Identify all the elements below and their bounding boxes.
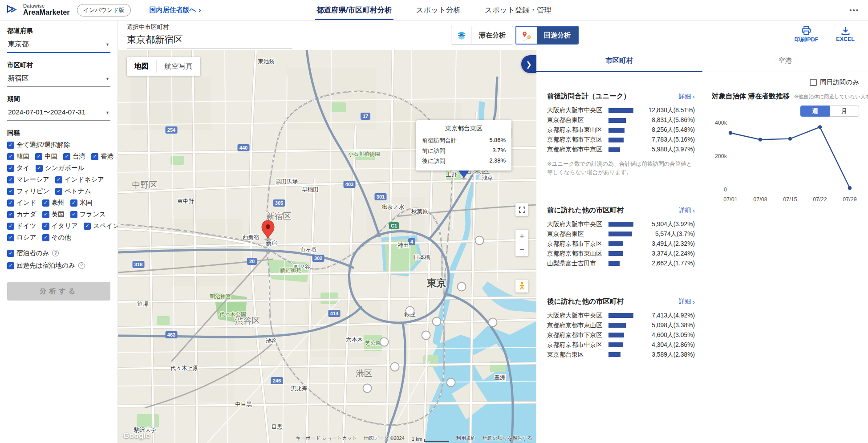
excel-download-button[interactable]: EXCEL <box>833 25 857 44</box>
domestic-version-link[interactable]: 国内居住者版へ › <box>150 6 201 15</box>
municipality-marker[interactable] <box>380 338 389 346</box>
tab-airport[interactable]: 空港 <box>702 50 868 72</box>
nationality-checkbox[interactable]: ✓イタリア <box>42 222 78 230</box>
nationality-checkbox[interactable]: ✓豪州 <box>42 199 65 207</box>
checkbox-icon[interactable]: ✓ <box>35 153 42 160</box>
municipality-marker[interactable] <box>458 283 466 291</box>
checkbox-icon[interactable]: ✓ <box>84 223 91 230</box>
municipality-marker[interactable] <box>447 378 455 387</box>
checkbox-icon[interactable]: ✓ <box>7 165 14 172</box>
tab-prefecture-analysis[interactable]: 都道府県/市区町村分析 <box>315 0 393 20</box>
week-toggle[interactable]: 週 <box>800 106 830 117</box>
nationality-checkbox[interactable]: ✓韓国 <box>7 152 29 161</box>
checkbox-icon[interactable]: ✓ <box>42 211 49 218</box>
analyze-button[interactable]: 分析する <box>7 282 110 301</box>
checkbox-icon[interactable]: ✓ <box>70 211 77 218</box>
nationality-checkbox[interactable]: ✓ドイツ <box>7 222 37 230</box>
checkbox-icon[interactable]: ✓ <box>55 188 62 195</box>
stay-only-checkbox[interactable]: ✓ 宿泊者のみ <box>7 249 49 257</box>
nationality-checkbox[interactable]: ✓ベトナム <box>55 187 91 195</box>
nationality-checkbox[interactable]: ✓シンガポール <box>36 164 85 172</box>
nationality-checkbox[interactable]: ✓マレーシア <box>7 175 49 184</box>
map-type-map-button[interactable]: 地図 <box>127 57 156 76</box>
more-menu-icon[interactable]: ••• <box>849 6 859 14</box>
terms-link[interactable]: 利用規約 <box>456 435 476 442</box>
municipality-marker[interactable] <box>363 384 372 393</box>
pegman-button[interactable] <box>515 280 528 293</box>
map-attribution: キーボード ショートカット 地図データ ©2024 1 km 利用規約 地図の誤… <box>296 435 532 442</box>
checkbox-icon[interactable]: ✓ <box>70 199 77 207</box>
zoom-in-button[interactable]: + <box>515 230 528 243</box>
prefecture-select[interactable]: 東京都 ▼ <box>7 39 110 53</box>
municipality-marker[interactable] <box>475 236 484 245</box>
checkbox-icon[interactable]: ✓ <box>7 211 14 218</box>
checkbox-icon[interactable]: ✓ <box>42 199 49 207</box>
map-label: 上野 <box>446 171 458 178</box>
scale-bar <box>424 439 449 442</box>
checkbox-icon[interactable]: ✓ <box>63 153 70 160</box>
nationality-checkbox[interactable]: ✓中国 <box>35 152 57 161</box>
checkbox-icon[interactable]: ✓ <box>7 223 14 230</box>
nationality-checkbox[interactable]: ✓英国 <box>42 210 65 219</box>
nationality-checkbox[interactable]: ✓台湾 <box>63 152 85 161</box>
select-all-checkbox[interactable]: ✓ 全て選択/選択解除 <box>7 141 70 149</box>
checkbox-icon[interactable]: ✓ <box>7 234 14 241</box>
map-type-satellite-button[interactable]: 航空写真 <box>157 57 200 76</box>
map-canvas[interactable]: 254440305302301318249246403201746414463C… <box>118 50 536 443</box>
panel-collapse-button[interactable]: ❯ <box>521 55 536 73</box>
checkbox-icon[interactable]: ✓ <box>91 153 98 160</box>
nationality-checkbox[interactable]: ✓ロシア <box>7 233 37 242</box>
help-icon[interactable]: ? <box>78 262 85 269</box>
stay-analysis-button[interactable]: 滞在分析 <box>451 26 513 45</box>
municipality-marker[interactable] <box>406 307 414 315</box>
panel-tabs: 市区町村 空港 <box>536 50 868 72</box>
same-day-filter[interactable]: 同日訪問のみ <box>547 78 859 86</box>
map-label: 東京 <box>426 277 446 289</box>
municipality-marker[interactable] <box>433 317 441 326</box>
checkbox-icon[interactable]: ✓ <box>7 153 14 160</box>
detail-link[interactable]: 詳細› <box>679 93 695 101</box>
checkbox-icon[interactable] <box>810 79 817 86</box>
help-icon[interactable]: ? <box>52 250 59 256</box>
keyboard-shortcuts-link[interactable]: キーボード ショートカット <box>296 435 357 442</box>
checkbox-icon[interactable]: ✓ <box>7 142 14 149</box>
nationality-checkbox[interactable]: ✓スペイン <box>84 222 119 230</box>
checkbox-icon[interactable]: ✓ <box>7 250 14 257</box>
detail-link[interactable]: 詳細› <box>679 206 695 214</box>
checkbox-icon[interactable]: ✓ <box>55 176 62 183</box>
nationality-checkbox[interactable]: ✓その他 <box>42 233 71 242</box>
fullscreen-button[interactable] <box>515 203 528 216</box>
nationality-checkbox[interactable]: ✓フィリピン <box>7 187 49 195</box>
nationality-checkbox[interactable]: ✓香港 <box>91 152 114 161</box>
map-scale: 1 km <box>412 436 449 442</box>
report-error-link[interactable]: 地図の誤りを報告する <box>483 435 532 442</box>
tab-spot-analysis[interactable]: スポット分析 <box>415 0 462 20</box>
tab-municipality[interactable]: 市区町村 <box>536 50 702 72</box>
nationality-checkbox[interactable]: ✓カナダ <box>7 210 37 219</box>
checkbox-icon[interactable]: ✓ <box>42 223 49 230</box>
nationality-checkbox[interactable]: ✓フランス <box>70 210 106 219</box>
municipality-marker[interactable] <box>391 363 399 371</box>
checkbox-icon[interactable]: ✓ <box>7 199 14 207</box>
checkbox-icon[interactable]: ✓ <box>7 262 14 269</box>
municipality-select[interactable]: 新宿区 ▼ <box>7 73 110 87</box>
checkbox-icon[interactable]: ✓ <box>42 234 49 241</box>
nationality-checkbox[interactable]: ✓米国 <box>70 199 93 207</box>
checkbox-icon[interactable]: ✓ <box>7 176 14 183</box>
destination-lodging-checkbox[interactable]: ✓ 回遊先は宿泊地のみ <box>7 261 75 270</box>
nationality-checkbox[interactable]: ✓インドネシア <box>55 175 104 184</box>
nationality-checkbox[interactable]: ✓タイ <box>7 164 30 172</box>
excursion-analysis-button[interactable]: 回遊分析 <box>515 26 579 45</box>
nationality-checkbox[interactable]: ✓インド <box>7 199 37 207</box>
municipality-marker[interactable] <box>422 331 430 340</box>
checkbox-icon[interactable]: ✓ <box>36 165 43 172</box>
detail-link[interactable]: 詳細› <box>679 297 695 305</box>
zoom-out-button[interactable]: − <box>515 243 528 256</box>
municipality-marker[interactable] <box>489 318 497 327</box>
month-toggle[interactable]: 月 <box>830 106 859 117</box>
checkbox-icon[interactable]: ✓ <box>7 188 14 195</box>
period-select[interactable]: 2024-07-01〜2024-07-31 ▼ <box>7 107 110 121</box>
print-pdf-button[interactable]: 印刷/PDF <box>792 25 821 44</box>
map-container[interactable]: 254440305302301318249246403201746414463C… <box>118 50 536 443</box>
tab-spot-management[interactable]: スポット登録・管理 <box>483 0 553 20</box>
